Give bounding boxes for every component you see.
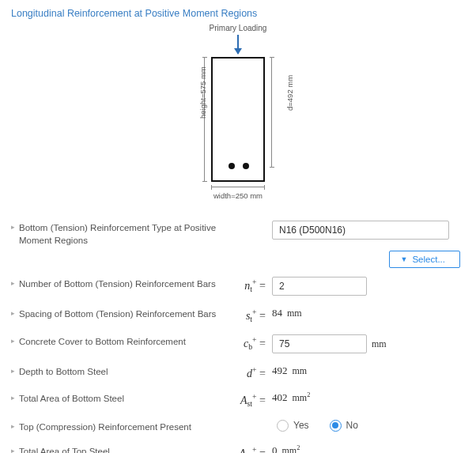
row-cover: ▸ Concrete Cover to Bottom Reinforcement… (11, 329, 465, 359)
rebar-dot-icon (229, 163, 235, 169)
spacing-unit: mm (287, 308, 302, 319)
filter-icon: ▼ (401, 255, 408, 263)
expand-icon[interactable]: ▸ (11, 307, 19, 317)
row-reinf-type: ▸ Bottom (Tension) Reinforcement Type at… (11, 215, 465, 252)
symbol-area-top: Asc+ = (217, 444, 272, 453)
radio-circle-icon (330, 420, 342, 432)
row-depth: ▸ Depth to Bottom Steel d+ = 492 mm (11, 359, 465, 386)
label-depth: Depth to Bottom Steel (19, 364, 217, 379)
row-top-present: ▸ Top (Compression) Reinforcement Presen… (11, 414, 465, 440)
expand-icon[interactable]: ▸ (11, 444, 19, 453)
radio-no-label: No (346, 420, 358, 431)
label-reinf-type: Bottom (Tension) Reinforcement Type at P… (19, 221, 217, 247)
radio-yes[interactable]: Yes (277, 420, 309, 432)
area-bottom-value: 402 (272, 391, 288, 404)
row-num-bars: ▸ Number of Bottom (Tension) Reinforceme… (11, 271, 465, 301)
height-label: height=575 mm (198, 66, 207, 119)
symbol-area-bottom: Ast+ = (217, 391, 272, 408)
label-area-bottom: Total Area of Bottom Steel (19, 391, 217, 406)
cover-input[interactable] (272, 334, 367, 353)
primary-loading-label: Primary Loading (210, 24, 267, 32)
depth-unit: mm (293, 365, 308, 377)
beam-section (211, 57, 265, 182)
select-button-label: Select... (412, 255, 445, 264)
width-label: width=250 mm (213, 191, 263, 200)
cover-unit: mm (372, 338, 387, 350)
expand-icon[interactable]: ▸ (11, 221, 19, 231)
rebar-dot-icon (243, 163, 249, 169)
label-num-bars: Number of Bottom (Tension) Reinforcement… (19, 277, 217, 291)
expand-icon[interactable]: ▸ (11, 277, 19, 287)
radio-yes-label: Yes (293, 420, 309, 431)
label-spacing: Spacing of Bottom (Tension) Reinforcemen… (19, 307, 217, 321)
expand-icon[interactable]: ▸ (11, 391, 19, 402)
label-area-top: Total Area of Top Steel (19, 444, 217, 453)
depth-label: d=492 mm (285, 75, 294, 111)
area-bottom-unit: mm2 (293, 391, 311, 404)
radio-circle-icon (277, 420, 289, 432)
select-button[interactable]: ▼ Select... (389, 251, 460, 268)
symbol-cover: cb+ = (217, 334, 272, 351)
cross-section-diagram: Primary Loading height=575 mm d=492 mm w… (167, 24, 309, 206)
symbol-blank (217, 221, 272, 221)
reinf-type-input[interactable] (272, 221, 449, 240)
width-dimension-line (211, 187, 265, 187)
symbol-blank (217, 420, 272, 421)
expand-icon[interactable]: ▸ (11, 364, 19, 375)
expand-icon[interactable]: ▸ (11, 334, 19, 345)
depth-value: 492 (272, 364, 288, 377)
symbol-depth: d+ = (217, 364, 272, 380)
expand-icon[interactable]: ▸ (11, 420, 19, 430)
depth-dimension-line (271, 57, 272, 168)
row-spacing: ▸ Spacing of Bottom (Tension) Reinforcem… (11, 301, 465, 329)
label-top-present: Top (Compression) Reinforcement Present (19, 420, 217, 434)
num-bars-input[interactable] (272, 277, 367, 296)
label-cover: Concrete Cover to Bottom Reinforcement (19, 334, 217, 349)
form-panel: Longitudinal Reinforcement at Positive M… (0, 0, 476, 453)
area-top-unit: mm2 (282, 444, 300, 453)
spacing-value: 84 (272, 307, 282, 319)
diagram-container: Primary Loading height=575 mm d=492 mm w… (11, 24, 465, 206)
radio-no[interactable]: No (330, 420, 358, 432)
section-title: Longitudinal Reinforcement at Positive M… (11, 8, 465, 19)
symbol-num-bars: nt+ = (217, 277, 272, 293)
select-button-row: ▼ Select... (11, 251, 465, 268)
area-top-value: 0 (272, 444, 278, 453)
load-arrow-icon (237, 35, 239, 54)
row-area-top: ▸ Total Area of Top Steel Asc+ = 0 mm2 (11, 439, 465, 453)
radio-group-top-present: Yes No (272, 420, 358, 432)
symbol-spacing: st+ = (217, 307, 272, 323)
row-area-bottom: ▸ Total Area of Bottom Steel Ast+ = 402 … (11, 386, 465, 413)
